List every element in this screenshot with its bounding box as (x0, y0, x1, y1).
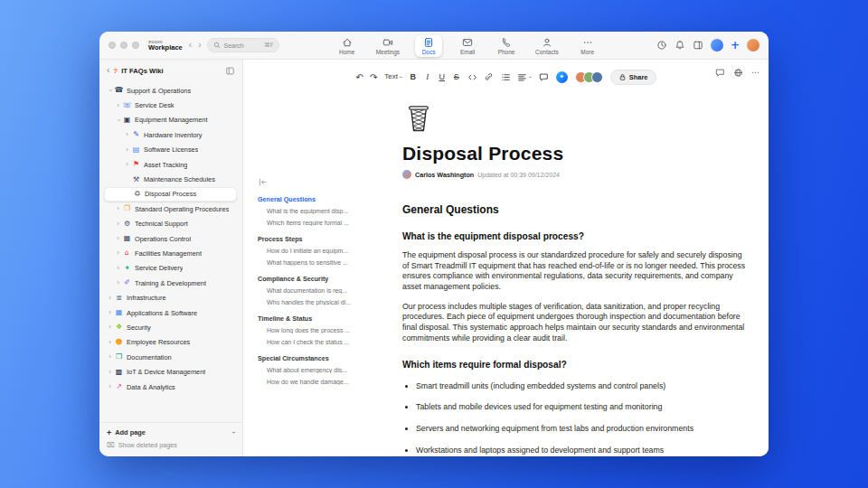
chevron-icon[interactable]: › (114, 205, 122, 212)
outline-entry[interactable]: Special Circumstances (258, 352, 395, 364)
chevron-icon[interactable]: › (106, 339, 114, 346)
outline-entry[interactable]: What about emergency dis... (258, 364, 395, 376)
nav-back-icon[interactable]: ‹ (189, 41, 192, 50)
outline-entry[interactable]: How long does the process ... (258, 324, 395, 336)
chevron-icon[interactable]: › (114, 221, 122, 228)
chevron-icon[interactable]: › (106, 309, 114, 316)
sidebar-tree-item[interactable]: › ⌂ Facilities Management (104, 246, 237, 260)
sidebar-tree-item[interactable]: › ☎ Support & Operations (104, 83, 237, 98)
sidebar-tree-item[interactable]: › ▦ Applications & Software (104, 305, 237, 320)
comment-button[interactable] (539, 72, 549, 82)
tab-phone[interactable]: Phone (493, 35, 520, 57)
sidebar-tree-item[interactable]: › ❐ Standard Operating Procedures (104, 202, 237, 216)
collaborator-avatar[interactable] (591, 71, 603, 83)
sidebar-tree-item[interactable]: › ≣ Infrastructure (104, 290, 237, 305)
outline-entry[interactable]: What is the equipment disp... (258, 205, 395, 217)
underline-button[interactable]: U (438, 72, 446, 81)
close-window-button[interactable] (108, 42, 116, 49)
outline-entry[interactable]: Compliance & Security (258, 273, 395, 285)
sidebar-tree-item[interactable]: › ⚙ Technical Support (104, 217, 237, 231)
sidebar-tree-item[interactable]: › ✦ Service Delivery (104, 261, 237, 276)
more-options-icon[interactable]: ⋯ (751, 69, 760, 77)
italic-button[interactable]: I (423, 72, 431, 81)
chevron-icon[interactable]: › (114, 235, 122, 242)
sidebar-back-icon[interactable]: ‹ (107, 66, 109, 75)
nav-forward-icon[interactable]: › (198, 41, 201, 50)
user-avatar[interactable] (711, 39, 723, 52)
chevron-icon[interactable]: › (106, 295, 114, 302)
outline-entry[interactable]: Who handles the physical di... (258, 296, 395, 308)
tab-email[interactable]: Email (454, 35, 481, 57)
chevron-down-icon[interactable]: › (230, 431, 238, 434)
history-icon[interactable] (656, 40, 667, 51)
sidebar-tree-item[interactable]: › ❒ Documentation (104, 350, 237, 364)
bullet-list-button[interactable] (501, 72, 511, 82)
sidebar-tree-item[interactable]: › ▩ IoT & Device Management (104, 364, 237, 379)
sidebar-tree-item[interactable]: › ✐ Training & Development (104, 276, 237, 290)
tab-home[interactable]: Home (334, 35, 361, 57)
minimize-window-button[interactable] (120, 42, 127, 49)
outline-entry[interactable]: How do I initiate an equipm... (258, 245, 395, 257)
chevron-icon[interactable]: › (123, 146, 131, 154)
redo-icon[interactable]: ↷ (370, 72, 377, 82)
align-dropdown[interactable]: › (517, 72, 531, 82)
ai-companion-icon[interactable]: ✦ (556, 71, 568, 83)
sidebar-tree-item[interactable]: › ⚑ Asset Tracking (104, 157, 237, 172)
show-deleted-pages-button[interactable]: ⌧ Show deleted pages (107, 439, 235, 451)
outline-entry[interactable]: General Questions (258, 193, 395, 205)
outline-entry[interactable]: Process Steps (258, 233, 395, 245)
chevron-icon[interactable]: › (123, 131, 131, 138)
chevron-icon[interactable]: › (106, 324, 114, 331)
add-new-icon[interactable]: + (731, 40, 740, 51)
sidebar-tree-item[interactable]: › ▦ Operations Control (104, 231, 237, 246)
window-controls[interactable] (108, 42, 139, 49)
account-avatar[interactable] (747, 39, 760, 52)
chevron-icon[interactable]: › (123, 161, 131, 168)
chevron-icon[interactable]: › (114, 102, 122, 109)
chevron-icon[interactable]: › (106, 383, 114, 390)
text-style-dropdown[interactable]: Text › (384, 73, 401, 80)
add-page-button[interactable]: + Add page › (107, 426, 235, 439)
sidebar-tree-item[interactable]: › ▤ Software Licenses (104, 143, 237, 157)
chevron-icon[interactable]: › (107, 87, 114, 95)
notifications-bell-icon[interactable] (675, 40, 685, 51)
outline-entry[interactable]: How can I check the status ... (258, 336, 395, 348)
tab-more[interactable]: More (574, 35, 601, 57)
link-button[interactable] (484, 72, 494, 82)
strikethrough-button[interactable]: S (452, 72, 460, 81)
panel-toggle-icon[interactable] (693, 40, 703, 51)
sidebar-tree-item[interactable]: › ▣ Equipment Management (104, 113, 237, 127)
comments-panel-icon[interactable] (715, 68, 725, 78)
sidebar-tree-item[interactable]: ♻ Disposal Process (104, 187, 237, 202)
outline-entry[interactable]: How do we handle damage... (258, 376, 395, 388)
chevron-icon[interactable]: › (106, 353, 114, 361)
chevron-icon[interactable]: › (115, 116, 122, 124)
outline-entry[interactable]: What documentation is req... (258, 285, 395, 296)
chevron-icon[interactable]: › (114, 279, 122, 286)
outline-entry[interactable]: Which items require formal ... (258, 217, 395, 229)
sidebar-tree-item[interactable]: › ☏ Service Desk (104, 98, 237, 112)
sidebar-tree-item[interactable]: › ↗ Data & Analytics (104, 380, 237, 394)
search-input[interactable]: Search ⌘F (207, 38, 279, 52)
share-button[interactable]: Share (610, 70, 656, 85)
chevron-icon[interactable]: › (114, 265, 122, 272)
chevron-icon[interactable]: › (106, 369, 114, 376)
outline-collapse-icon[interactable] (258, 177, 395, 187)
sidebar-tree-item[interactable]: › ✎ Hardware Inventory (104, 127, 237, 142)
code-button[interactable] (467, 72, 477, 82)
tab-docs[interactable]: Docs (415, 35, 442, 57)
outline-entry[interactable]: Timeline & Status (258, 313, 395, 324)
tab-meetings[interactable]: Meetings (373, 35, 403, 57)
sidebar-tree-item[interactable]: ⚒ Maintenance Schedules (104, 172, 237, 186)
bold-button[interactable]: B (409, 72, 417, 81)
language-globe-icon[interactable] (733, 68, 743, 78)
undo-icon[interactable]: ↶ (356, 72, 363, 82)
outline-entry[interactable]: What happens to sensitive ... (258, 257, 395, 268)
sidebar-tree-item[interactable]: › ☻ Employee Resources (104, 335, 237, 350)
sidebar-tree-item[interactable]: › ❖ Security (104, 320, 237, 334)
sidebar-collapse-icon[interactable] (225, 66, 235, 76)
chevron-icon[interactable]: › (114, 249, 122, 257)
document-content[interactable]: Disposal Process Carlos Washington Updat… (402, 102, 746, 456)
maximize-window-button[interactable] (132, 42, 139, 49)
tab-contacts[interactable]: Contacts (532, 35, 562, 57)
